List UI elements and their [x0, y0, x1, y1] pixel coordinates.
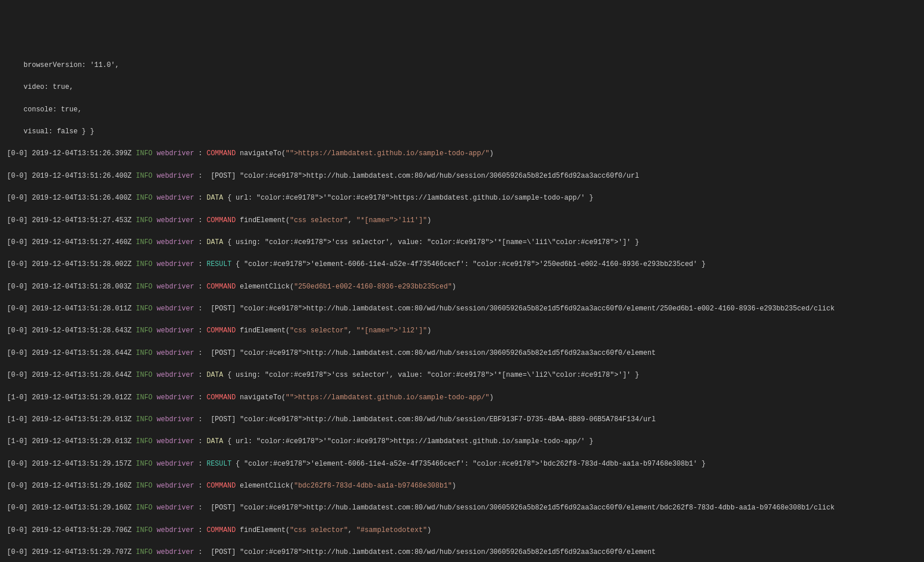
log-line: [0-0] 2019-12-04T13:51:29.157Z INFO webd… [7, 459, 917, 470]
log-line: [0-0] 2019-12-04T13:51:26.400Z INFO webd… [7, 171, 917, 182]
log-line: console: true, [7, 104, 917, 115]
log-line: [0-0] 2019-12-04T13:51:29.706Z INFO webd… [7, 525, 917, 536]
log-line: [0-0] 2019-12-04T13:51:29.160Z INFO webd… [7, 481, 917, 492]
log-line: [1-0] 2019-12-04T13:51:29.013Z INFO webd… [7, 414, 917, 425]
log-line: [0-0] 2019-12-04T13:51:28.002Z INFO webd… [7, 259, 917, 270]
log-line: [0-0] 2019-12-04T13:51:29.707Z INFO webd… [7, 547, 917, 558]
log-line: [1-0] 2019-12-04T13:51:29.013Z INFO webd… [7, 436, 917, 447]
log-line: [0-0] 2019-12-04T13:51:27.453Z INFO webd… [7, 215, 917, 226]
log-line: [0-0] 2019-12-04T13:51:28.643Z INFO webd… [7, 325, 917, 336]
log-line: [0-0] 2019-12-04T13:51:28.644Z INFO webd… [7, 348, 917, 359]
log-line: [0-0] 2019-12-04T13:51:26.399Z INFO webd… [7, 148, 917, 159]
log-line: [0-0] 2019-12-04T13:51:27.460Z INFO webd… [7, 237, 917, 248]
log-line: [0-0] 2019-12-04T13:51:28.003Z INFO webd… [7, 282, 917, 293]
log-line: [1-0] 2019-12-04T13:51:29.012Z INFO webd… [7, 392, 917, 403]
log-line: video: true, [7, 82, 917, 93]
log-line: [0-0] 2019-12-04T13:51:28.011Z INFO webd… [7, 304, 917, 314]
log-line: [0-0] 2019-12-04T13:51:26.400Z INFO webd… [7, 193, 917, 204]
log-line: [0-0] 2019-12-04T13:51:28.644Z INFO webd… [7, 370, 917, 381]
log-line: [0-0] 2019-12-04T13:51:29.160Z INFO webd… [7, 503, 917, 514]
log-container: browserVersion: '11.0', video: true, con… [7, 49, 917, 562]
log-line: browserVersion: '11.0', [7, 60, 917, 71]
log-line: visual: false } } [7, 126, 917, 137]
